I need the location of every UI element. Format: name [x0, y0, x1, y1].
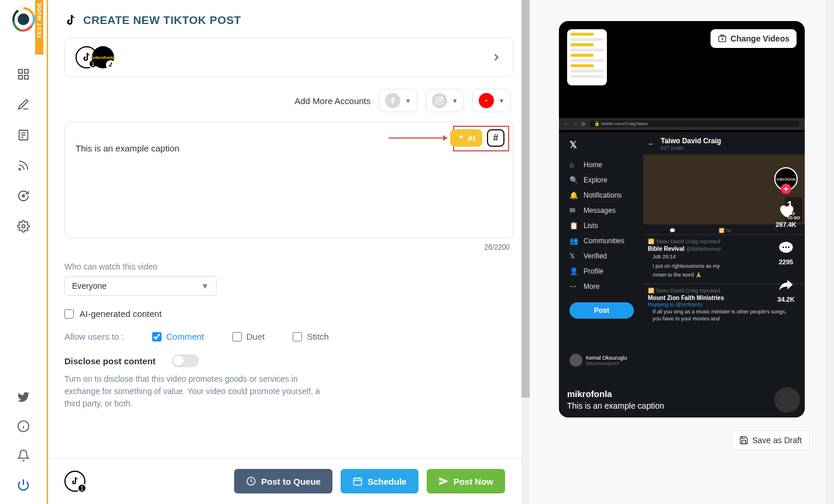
svg-rect-1: [18, 70, 22, 73]
share-action: 34.2K: [777, 276, 795, 303]
comment-action: 2295: [777, 239, 795, 265]
chevron-right-icon: [490, 51, 502, 63]
tiktok-icon: [64, 14, 77, 27]
follow-plus-icon: +: [781, 184, 791, 194]
youtube-icon: [479, 93, 494, 108]
footer-bar: 1 Post to Queue Schedule Post Now: [48, 458, 521, 504]
svg-point-28: [788, 246, 790, 248]
svg-point-27: [785, 246, 787, 248]
app-logo[interactable]: [11, 7, 36, 32]
allow-label: Allow users to :: [64, 332, 124, 341]
tiktok-avatar: mikrofonla+: [774, 167, 798, 191]
svg-rect-20: [353, 478, 362, 485]
tiktok-actions: mikrofonla+ 287.4K 2295 34.2K: [774, 167, 798, 303]
facebook-dropdown[interactable]: ▼: [379, 89, 417, 112]
ai-button[interactable]: AI: [450, 129, 482, 147]
facebook-icon: [385, 93, 400, 108]
twitter-nav-item: 🔍Explore: [569, 172, 641, 188]
bell-icon[interactable]: [17, 449, 30, 462]
disclose-toggle[interactable]: [172, 354, 199, 367]
x-logo: 𝕏: [569, 139, 641, 150]
account-avatar-2: mikrofonla: [92, 46, 114, 68]
video-content: ←→⟳ 🔒 twitter.com/CraigTaiwo 𝕏 ⌂Home🔍Exp…: [559, 132, 805, 417]
svg-point-9: [19, 168, 20, 170]
ai-generated-checkbox[interactable]: AI-generated content: [64, 309, 513, 319]
allow-duet[interactable]: Duet: [232, 332, 265, 341]
caret-down-icon: ▼: [452, 98, 458, 104]
allow-row: Allow users to : Comment Duet Stitch: [64, 332, 513, 341]
video-thumbnail[interactable]: [567, 29, 607, 85]
change-videos-button[interactable]: Change Videos: [711, 29, 797, 48]
instagram-icon: [432, 93, 447, 108]
page-title: CREATE NEW TIKTOK POST: [64, 14, 513, 27]
svg-point-11: [22, 225, 25, 228]
schedule-button[interactable]: Schedule: [341, 469, 418, 493]
ai-generated-input[interactable]: [64, 309, 74, 319]
hashtag-button[interactable]: #: [487, 129, 504, 147]
settings-icon[interactable]: [17, 220, 30, 233]
twitter-nav-item: 👤Profile: [569, 264, 641, 279]
twitter-nav-item: ✉Messages: [569, 203, 641, 218]
recycle-icon[interactable]: [17, 189, 30, 202]
save-draft-button[interactable]: Save as Draft: [732, 430, 809, 450]
twitter-nav-item: ⌂Home: [569, 157, 641, 172]
twitter-post-button: Post: [569, 302, 634, 319]
svg-rect-3: [18, 75, 22, 79]
like-action: 287.4K: [775, 201, 796, 228]
preview-scrollbar[interactable]: [826, 0, 834, 504]
preview-pane: Change Videos ←→⟳ 🔒 twitter.com/CraigTai…: [530, 0, 834, 504]
sidebar: TEST MODE: [0, 0, 47, 504]
main-content: CREATE NEW TIKTOK POST 1 mikrofonla Add …: [47, 0, 530, 504]
twitter-nav-item: 🔔Notifications: [569, 188, 641, 203]
twitter-nav-item: ⋯More: [569, 279, 641, 294]
svg-rect-24: [719, 36, 726, 42]
scrollbar-thumb[interactable]: [521, 0, 530, 398]
caption-text[interactable]: This is an example caption: [75, 143, 502, 153]
caret-down-icon: ▼: [405, 98, 411, 104]
caret-down-icon: ▼: [201, 281, 209, 291]
add-accounts-label: Add More Accounts: [294, 96, 370, 106]
caption-editor[interactable]: AI # This is an example caption: [64, 122, 513, 239]
tiktok-caption-overlay: mikrofonla This is an example caption: [567, 389, 664, 410]
svg-rect-4: [24, 75, 28, 79]
caret-down-icon: ▼: [499, 98, 504, 104]
post-now-button[interactable]: Post Now: [427, 469, 505, 493]
annotation-arrow: [389, 137, 447, 139]
share-icon: [777, 276, 795, 295]
posts-icon[interactable]: [17, 129, 30, 141]
twitter-icon[interactable]: [17, 391, 30, 403]
dashboard-icon[interactable]: [17, 68, 30, 81]
post-to-queue-button[interactable]: Post to Queue: [234, 469, 332, 493]
phone-preview: Change Videos ←→⟳ 🔒 twitter.com/CraigTai…: [559, 21, 805, 417]
svg-point-0: [18, 13, 29, 25]
music-disc-icon: [774, 387, 800, 413]
comment-icon: [777, 239, 795, 257]
add-accounts-row: Add More Accounts ▼ ▼ ▼: [64, 89, 513, 112]
twitter-sidebar: 𝕏 ⌂Home🔍Explore🔔Notifications✉Messages📋L…: [559, 132, 641, 417]
svg-point-26: [782, 246, 784, 248]
twitter-nav-item: 👥Communities: [569, 233, 641, 248]
compose-icon[interactable]: [17, 98, 30, 111]
power-icon[interactable]: [17, 478, 30, 491]
svg-point-18: [441, 98, 442, 99]
feed-icon[interactable]: [17, 159, 30, 172]
twitter-nav-item: 𝕏Verified: [569, 248, 641, 264]
heart-icon: [777, 201, 795, 220]
instagram-dropdown[interactable]: ▼: [425, 89, 464, 112]
char-count: 26/2200: [64, 243, 510, 251]
allow-stitch[interactable]: Stitch: [293, 332, 329, 341]
twitter-nav-item: 📋Lists: [569, 218, 641, 233]
info-icon[interactable]: [17, 420, 30, 433]
allow-comment[interactable]: Comment: [152, 332, 204, 341]
svg-rect-2: [24, 70, 28, 73]
svg-point-17: [438, 99, 441, 102]
account-selector-card[interactable]: 1 mikrofonla: [64, 37, 513, 77]
disclose-help: Turn on to disclose that this video prom…: [64, 373, 334, 410]
svg-point-10: [22, 195, 25, 197]
watch-select[interactable]: Everyone ▼: [64, 276, 217, 296]
watch-label: Who can watch this video: [64, 262, 513, 271]
footer-account-icon[interactable]: 1: [64, 471, 85, 492]
youtube-dropdown[interactable]: ▼: [472, 89, 511, 112]
disclose-label: Disclose post content: [64, 356, 156, 366]
test-mode-badge: TEST MODE: [35, 0, 43, 55]
